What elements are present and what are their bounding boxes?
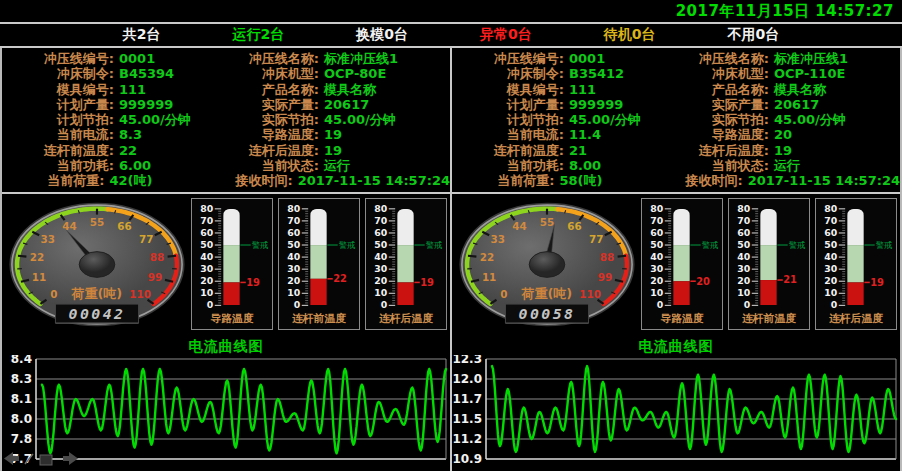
gauge-tick-label: 110	[129, 288, 151, 300]
gauge-major-tick	[468, 256, 476, 257]
back-arrow-icon[interactable]	[4, 452, 19, 465]
info-value: 0001	[114, 51, 215, 66]
status-bar: 共2台 运行2台 换模0台 异常0台 待机0台 不用0台	[0, 24, 902, 48]
info-label: 计划节拍:	[2, 112, 114, 127]
thermo-scale-number: 20	[737, 275, 751, 286]
info-value: 111	[114, 82, 215, 97]
pencil-icon[interactable]	[25, 454, 33, 464]
thermo-value: 20	[696, 276, 710, 287]
machine-info: 冲压线编号:0001冲压线名称:标准冲压线1冲床制令:B45394冲床机型:OC…	[2, 48, 450, 194]
thermo-scale-number: 20	[374, 275, 388, 286]
thermo-warn-label: 警戒	[339, 240, 356, 250]
gauge-tick-label: 55	[90, 216, 104, 228]
machine-panel-2: 冲压线编号:0001冲压线名称:标准冲压线1冲床制令:B35412冲床机型:OC…	[452, 48, 900, 471]
info-value: 8.3	[114, 127, 215, 142]
thermo-scale-number: 40	[650, 251, 664, 262]
stop-square-icon[interactable]	[40, 455, 52, 465]
info-value: 模具名称	[319, 82, 450, 97]
thermo-scale-number: 10	[737, 287, 751, 298]
info-label: 连杆前温度:	[452, 143, 564, 158]
info-row: 计划产量:999999实际产量:20617	[2, 97, 450, 112]
info-label: 当前荷重:	[2, 173, 105, 188]
thermo-scale-number: 20	[287, 275, 301, 286]
load-gauge: 0112233445566778899110荷重(吨)00042	[2, 194, 191, 338]
thermo-warn-label: 警戒	[252, 240, 269, 250]
gauge-tick-label: 77	[139, 233, 153, 245]
info-label: 当前功耗:	[452, 158, 564, 173]
thermo-scale-number: 80	[287, 203, 301, 214]
info-label: 冲压线编号:	[452, 51, 564, 66]
thermo-scale-number: 20	[824, 275, 838, 286]
thermo-scale-number: 0	[207, 299, 214, 310]
thermo-fill	[847, 282, 864, 305]
info-value: 20	[769, 127, 900, 142]
gauge-tick-label: 33	[41, 233, 55, 245]
thermo-scale-number: 10	[287, 287, 301, 298]
y-axis-label: 12.0	[452, 372, 482, 386]
info-label: 接收时间:	[197, 173, 292, 188]
info-label: 当前功耗:	[2, 158, 114, 173]
status-unused: 不用0台	[728, 26, 780, 44]
thermometer-row: 01020304050607080警戒20导路温度010203040506070…	[641, 198, 897, 330]
info-value: 45.00/分钟	[769, 112, 900, 127]
info-row: 冲压线编号:0001冲压线名称:标准冲压线1	[452, 51, 900, 66]
chart-toolbar	[4, 451, 80, 470]
gauge-tick-label: 66	[117, 220, 131, 232]
gauge-tick-label: 110	[579, 288, 601, 300]
gauge-tick-label: 66	[567, 220, 581, 232]
thermo-scale-number: 40	[374, 251, 388, 262]
thermo-scale-number: 30	[650, 263, 664, 274]
thermo-value: 19	[870, 277, 884, 288]
gauge-tick-label: 0	[50, 288, 57, 300]
info-value: 模具名称	[769, 82, 900, 97]
thermo-scale-number: 20	[200, 275, 214, 286]
thermo-label: 连杆后温度	[829, 312, 883, 325]
y-axis-label: 12.3	[452, 355, 482, 366]
thermo-label: 连杆后温度	[379, 312, 433, 325]
thermo-fill	[223, 282, 240, 305]
thermo-scale-number: 10	[824, 287, 838, 298]
current-curve	[42, 369, 446, 453]
forward-arrow-icon[interactable]	[63, 452, 78, 465]
gauge-row: 0112233445566778899110荷重(吨)00042 0102030…	[2, 194, 450, 336]
thermo-label: 连杆前温度	[742, 312, 796, 325]
info-row: 连杆前温度:21连杆后温度:19	[452, 143, 900, 158]
status-running: 运行2台	[233, 26, 285, 44]
thermo-warn-label: 警戒	[426, 240, 443, 250]
y-axis-label: 10.9	[452, 452, 482, 466]
thermo-value: 19	[420, 277, 434, 288]
info-row: 模具编号:111产品名称:模具名称	[2, 82, 450, 97]
hmi-screen: 2017年11月15日 14:57:27 共2台 运行2台 换模0台 异常0台 …	[0, 0, 902, 471]
info-row: 当前功耗:6.00当前状态:运行	[2, 158, 450, 173]
info-value: 运行	[769, 158, 900, 173]
info-row: 当前电流:11.4导路温度:20	[452, 127, 900, 142]
thermo-scale-number: 40	[287, 251, 301, 262]
gauge-tick-label: 77	[589, 233, 603, 245]
info-label: 计划产量:	[2, 97, 114, 112]
info-value: 20617	[319, 97, 450, 112]
info-value: B35412	[564, 66, 665, 81]
thermo-scale-number: 70	[737, 215, 751, 226]
thermo-label: 连杆前温度	[292, 312, 346, 325]
info-label: 计划产量:	[452, 97, 564, 112]
info-value: 6.00	[114, 158, 215, 173]
info-value: 22	[114, 143, 215, 158]
gauge-tick-label: 99	[148, 271, 162, 283]
info-label: 导路温度:	[215, 127, 319, 142]
info-label: 连杆前温度:	[2, 143, 114, 158]
load-gauge-svg: 0112233445566778899110荷重(吨)00058	[453, 195, 641, 334]
thermo-scale-number: 50	[737, 239, 751, 250]
main-area: 冲压线编号:0001冲压线名称:标准冲压线1冲床制令:B45394冲床机型:OC…	[0, 48, 902, 471]
gauge-unit-label: 荷重(吨)	[71, 286, 122, 301]
info-label: 接收时间:	[647, 173, 742, 188]
info-value: 运行	[319, 158, 450, 173]
gauge-major-tick	[618, 256, 626, 257]
info-row: 冲床制令:B35412冲床机型:OCP-110E	[452, 66, 900, 81]
info-value: 19	[319, 127, 450, 142]
chart-title: 电流曲线图	[2, 339, 450, 355]
thermo-warn-label: 警戒	[876, 240, 893, 250]
gauge-row: 0112233445566778899110荷重(吨)00058 0102030…	[452, 194, 900, 336]
chart-section: 电流曲线图 8.48.38.18.07.87.7	[2, 336, 450, 471]
info-value: 0001	[564, 51, 665, 66]
gauge-tick-label: 33	[491, 233, 505, 245]
